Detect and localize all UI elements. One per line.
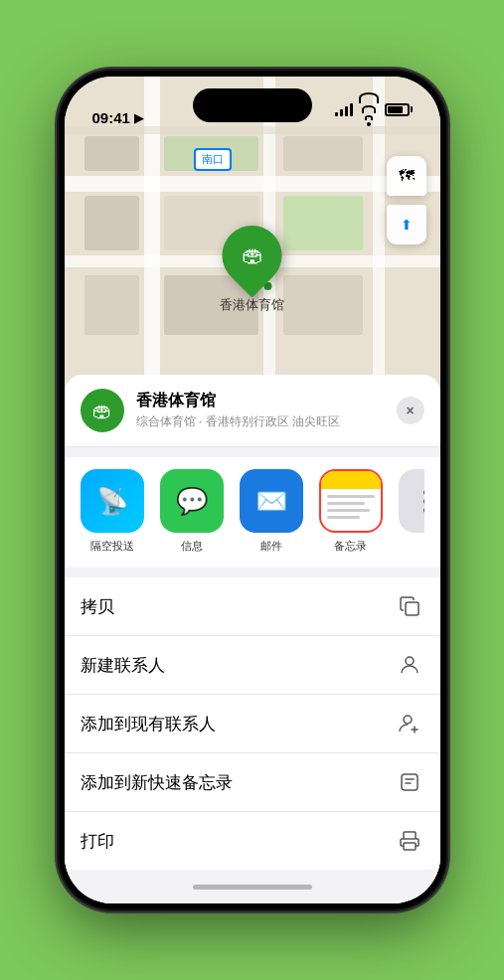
action-copy[interactable]: 拷贝 [65, 577, 440, 636]
share-row: 📡 隔空投送 💬 信息 ✉️ [65, 457, 440, 568]
venue-header: 🏟 香港体育馆 综合体育馆 · 香港特别行政区 油尖旺区 × [65, 375, 440, 447]
share-messages[interactable]: 💬 信息 [160, 469, 224, 554]
venue-name: 香港体育馆 [136, 391, 385, 411]
home-bar [193, 885, 312, 890]
venue-icon: 🏟 [81, 389, 124, 432]
svg-rect-3 [402, 774, 418, 790]
action-list: 拷贝 新建联系人 [65, 577, 440, 870]
wifi-icon [359, 92, 379, 126]
notes-yellow-bar [321, 471, 381, 489]
status-icons [335, 92, 413, 126]
quick-note-label: 添加到新快速备忘录 [81, 771, 395, 794]
share-mail[interactable]: ✉️ 邮件 [240, 469, 303, 554]
location-icon: ▶ [134, 111, 143, 125]
pin-circle: 🏟 [210, 214, 294, 298]
mail-icon: ✉️ [255, 486, 287, 517]
map-view-button[interactable]: 🗺 [387, 156, 426, 196]
pin-label: 香港体育馆 [220, 296, 284, 314]
airdrop-label: 隔空投送 [90, 539, 134, 554]
airdrop-icon-box: 📡 [81, 469, 144, 533]
messages-icon: 💬 [176, 486, 208, 517]
action-new-contact[interactable]: 新建联系人 [65, 636, 440, 695]
signal-icon [335, 103, 353, 116]
close-icon: × [406, 403, 414, 418]
battery-icon [385, 103, 413, 116]
svg-point-1 [406, 657, 414, 665]
venue-subtitle: 综合体育馆 · 香港特别行政区 油尖旺区 [136, 413, 385, 430]
copy-label: 拷贝 [81, 595, 395, 618]
print-label: 打印 [81, 830, 395, 853]
share-more[interactable]: 提 [399, 469, 424, 554]
share-airdrop[interactable]: 📡 隔空投送 [81, 469, 144, 554]
map-pin: 🏟 香港体育馆 [220, 226, 284, 314]
home-indicator [65, 870, 440, 903]
dynamic-island [193, 88, 312, 122]
mail-icon-box: ✉️ [240, 469, 303, 533]
location-arrow-icon: ⬆ [401, 217, 413, 233]
notes-label: 备忘录 [334, 539, 367, 554]
mail-label: 邮件 [260, 539, 282, 554]
more-icon-box [399, 469, 424, 533]
svg-rect-0 [406, 602, 419, 615]
messages-icon-box: 💬 [160, 469, 224, 533]
copy-icon [395, 591, 424, 621]
action-add-contact[interactable]: 添加到现有联系人 [65, 695, 440, 753]
svg-rect-4 [404, 832, 416, 839]
phone-screen: 09:41 ▶ [65, 77, 440, 903]
status-time: 09:41 ▶ [92, 109, 143, 126]
messages-label: 信息 [181, 539, 203, 554]
map-view-icon: 🗺 [399, 167, 415, 185]
close-button[interactable]: × [397, 397, 424, 424]
map-location-label: 南口 [194, 148, 232, 171]
location-button[interactable]: ⬆ [387, 205, 426, 245]
person-icon [395, 650, 424, 680]
notes-icon-box [319, 469, 383, 533]
share-notes[interactable]: 备忘录 [319, 469, 383, 554]
share-icons-scroll: 📡 隔空投送 💬 信息 ✉️ [81, 469, 424, 554]
person-add-icon [395, 709, 424, 738]
action-print[interactable]: 打印 [65, 812, 440, 870]
map-controls[interactable]: 🗺 ⬆ [387, 156, 426, 245]
stadium-icon: 🏟 [242, 243, 263, 268]
notes-content [321, 489, 381, 531]
memo-icon [395, 767, 424, 797]
add-contact-label: 添加到现有联系人 [81, 713, 395, 735]
action-quick-note[interactable]: 添加到新快速备忘录 [65, 753, 440, 812]
more-dots-icon [423, 490, 424, 513]
svg-rect-5 [404, 843, 416, 850]
svg-point-2 [404, 716, 412, 724]
print-icon [395, 826, 424, 856]
new-contact-label: 新建联系人 [81, 654, 395, 677]
airdrop-icon: 📡 [96, 486, 128, 517]
bottom-sheet: 🏟 香港体育馆 综合体育馆 · 香港特别行政区 油尖旺区 × 📡 [65, 375, 440, 903]
venue-info: 香港体育馆 综合体育馆 · 香港特别行政区 油尖旺区 [136, 391, 385, 430]
phone-frame: 09:41 ▶ [59, 71, 446, 909]
